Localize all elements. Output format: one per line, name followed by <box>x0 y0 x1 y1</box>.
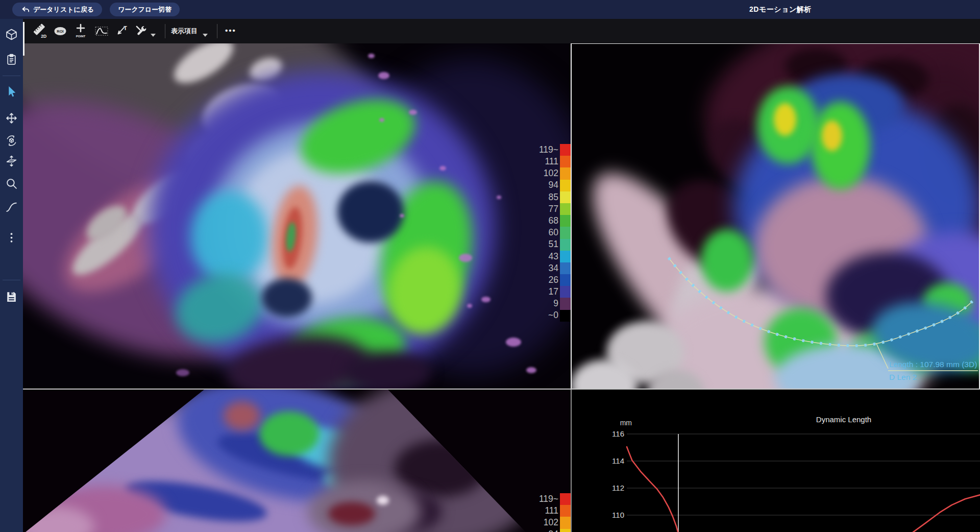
arrow-text-icon[interactable]: T <box>112 19 131 43</box>
svg-text:2D: 2D <box>41 34 46 39</box>
colorbar-swatch <box>560 505 571 517</box>
colorbar-value-label: 34 <box>523 264 558 273</box>
colorbar-value-label: 60 <box>523 228 558 237</box>
colorbar-value-label: 26 <box>523 276 558 285</box>
colorbar-value-label: 9 <box>523 299 558 308</box>
colorbar-value-label: 43 <box>523 252 558 261</box>
colorbar-value-label: 68 <box>523 216 558 226</box>
colorbar-row: 94 <box>523 529 571 532</box>
measurement-name-label: D Len 2 <box>889 373 917 381</box>
colorbar-value-label: 94 <box>523 181 558 190</box>
colorbar-row: 102 <box>523 167 571 179</box>
colorbar-swatch <box>560 262 571 274</box>
colorbar-swatch <box>560 298 571 309</box>
colorbar-value-label: 94 <box>523 530 558 532</box>
toolbar: 2D ROI POINT T 表示項目 ••• <box>23 19 980 43</box>
image-blob <box>506 337 521 347</box>
chart-line-segment <box>627 447 679 532</box>
viewport-chart[interactable]: Dynamic Length mm 116114112110 <box>572 390 980 532</box>
pan-move-icon[interactable] <box>5 112 18 125</box>
sidebar <box>0 19 23 532</box>
more-vertical-icon[interactable] <box>5 231 18 244</box>
cursor-select-icon[interactable] <box>5 85 18 98</box>
color-scale-legend: 119~111102948577686051433426179~0 <box>523 493 571 532</box>
image-blob <box>497 196 501 199</box>
tools-icon[interactable] <box>131 19 152 43</box>
colorbar-value-label: 111 <box>523 157 558 166</box>
save-icon[interactable] <box>5 291 18 303</box>
undo-arrow-icon <box>20 5 30 14</box>
back-button-label: データリストに戻る <box>33 5 94 14</box>
curve-sample-icon[interactable] <box>91 19 112 43</box>
back-to-datalist-button[interactable]: データリストに戻る <box>12 3 102 16</box>
colorbar-row: 85 <box>523 191 571 203</box>
colorbar-row: 111 <box>523 156 571 167</box>
colorbar-swatch <box>560 239 571 251</box>
measurement-leader-line <box>876 344 888 369</box>
ct-fusion-image-sagittal <box>23 390 571 532</box>
point-icon[interactable]: POINT <box>71 19 90 43</box>
colorbar-row: 102 <box>523 517 571 528</box>
topbar: データリストに戻る ワークフロー切替 2Dモーション解析 <box>0 0 980 19</box>
colorbar-row: 9 <box>523 298 571 309</box>
image-blob <box>337 181 404 243</box>
colorbar-swatch <box>560 215 571 227</box>
image-blob <box>377 496 389 505</box>
image-blob <box>190 190 268 283</box>
colorbar-value-label: 102 <box>523 169 558 178</box>
zoom-search-icon[interactable] <box>5 177 18 190</box>
colorbar-swatch <box>560 529 571 532</box>
colorbar-value-label: 77 <box>523 205 558 214</box>
colorbar-swatch <box>560 274 571 286</box>
image-blob <box>176 369 189 376</box>
colorbar-row: 26 <box>523 274 571 286</box>
more-icon[interactable]: ••• <box>225 19 236 43</box>
colorbar-value-label: 51 <box>523 240 558 249</box>
svg-text:T: T <box>124 25 127 31</box>
colorbar-swatch <box>560 493 571 505</box>
colorbar-value-label: 111 <box>523 506 558 516</box>
colorbar-row: 119~ <box>523 493 571 505</box>
image-blob <box>439 166 446 171</box>
clipboard-icon[interactable] <box>5 53 18 66</box>
colorbar-row: 17 <box>523 286 571 298</box>
image-blob <box>328 502 375 525</box>
viewport-top-right-selected[interactable]: Length : 107.98 mm (3D) D Len 2 <box>571 43 980 389</box>
rotate-3d-icon[interactable] <box>5 134 18 147</box>
colorbar-row: 34 <box>523 262 571 274</box>
roi-icon[interactable]: ROI <box>51 19 70 43</box>
colorbar-row: 111 <box>523 505 571 517</box>
colorbar-swatch <box>560 156 571 167</box>
active-panel-indicator <box>23 22 24 56</box>
colorbar-swatch <box>560 227 571 238</box>
colorbar-row: 94 <box>523 180 571 191</box>
image-blob <box>409 110 417 115</box>
colorbar-swatch <box>560 203 571 215</box>
image-blob <box>451 399 528 451</box>
image-blob <box>400 214 404 217</box>
colorbar-row: 119~ <box>523 144 571 156</box>
tools-dropdown-caret-icon[interactable] <box>151 30 156 39</box>
viewport-bottom-left[interactable]: 119~111102948577686051433426179~0 <box>23 390 571 532</box>
colorbar-swatch <box>560 517 571 528</box>
colorbar-swatch <box>560 180 571 191</box>
workflow-button-label: ワークフロー切替 <box>118 5 172 14</box>
y-tick-label: 112 <box>612 483 624 492</box>
ruler-2d-icon[interactable]: 2D <box>29 19 51 43</box>
colorbar-row: 60 <box>523 227 571 238</box>
image-blob <box>224 401 260 430</box>
colorbar-swatch <box>560 167 571 179</box>
dynamic-length-chart: 116114112110 <box>572 390 980 532</box>
colorbar-swatch <box>560 286 571 298</box>
display-items-caret-icon[interactable] <box>203 30 208 39</box>
cube-3d-icon[interactable] <box>5 28 18 41</box>
svg-text:POINT: POINT <box>76 35 86 38</box>
viewport-top-left[interactable]: 119~111102948577686051433426179~0 <box>23 43 571 389</box>
image-blob <box>379 118 384 122</box>
display-items-button[interactable]: 表示項目 <box>171 19 198 43</box>
plane-scroll-icon[interactable] <box>5 155 18 167</box>
tone-curve-icon[interactable] <box>5 201 18 213</box>
sidebar-divider <box>3 280 20 280</box>
workflow-switch-button[interactable]: ワークフロー切替 <box>110 3 180 16</box>
colorbar-value-label: 85 <box>523 193 558 202</box>
